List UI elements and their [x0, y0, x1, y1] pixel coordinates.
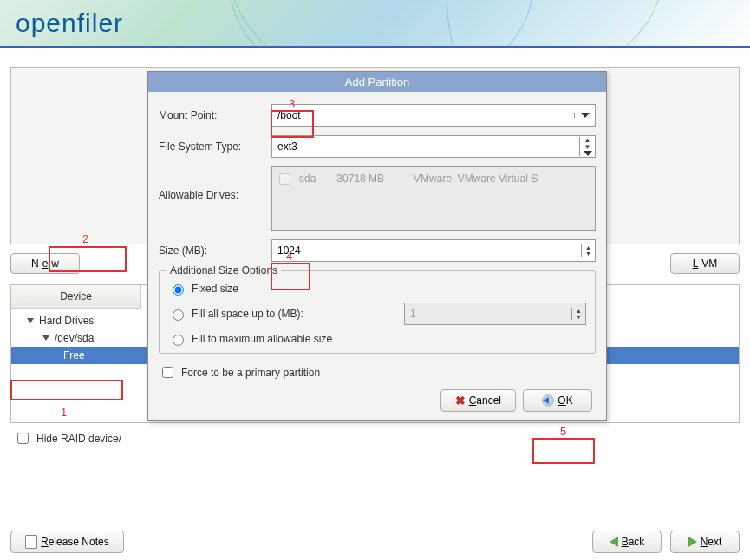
size-input[interactable] — [272, 244, 581, 257]
ok-button[interactable]: OK — [523, 389, 592, 412]
arrow-left-icon — [610, 537, 618, 547]
mount-point-input[interactable] — [272, 109, 574, 121]
cancel-button[interactable]: ✖ Cancel — [440, 389, 516, 412]
fieldset-legend: Additional Size Options — [166, 264, 281, 277]
tree-label: /dev/sda — [55, 332, 94, 344]
fill-up-spinner: ▲▼ — [404, 303, 586, 325]
fill-max-radio[interactable] — [173, 335, 184, 346]
arrow-right-icon — [688, 537, 697, 547]
allowable-drives-list[interactable]: sda 30718 MB VMware, VMware Virtual S — [271, 166, 596, 231]
fixed-size-label: Fixed size — [192, 283, 238, 295]
drives-label: Allowable Drives: — [159, 166, 271, 201]
spin-buttons: ▲▼ — [571, 308, 585, 320]
close-icon: ✖ — [455, 394, 466, 407]
hide-raid-row: Hide RAID device/ — [10, 423, 740, 453]
fstype-label: File System Type: — [159, 140, 271, 153]
spin-buttons[interactable]: ▲▼ — [581, 244, 595, 257]
force-primary-checkbox[interactable] — [162, 367, 173, 378]
fill-up-radio[interactable] — [173, 309, 184, 321]
document-icon — [25, 535, 37, 549]
fixed-size-radio[interactable] — [173, 284, 184, 296]
size-label: Size (MB): — [159, 244, 271, 257]
tree-label: Hard Drives — [39, 315, 94, 327]
expand-icon[interactable] — [42, 335, 49, 341]
expand-icon[interactable] — [27, 318, 34, 323]
wizard-footer: Release Notes Release Notes Back Back Ne… — [10, 531, 740, 553]
fill-max-label: Fill to maximum allowable size — [192, 333, 332, 345]
app-header: openfiler — [0, 0, 750, 48]
force-primary-label: Force to be a primary partition — [181, 367, 320, 379]
hide-raid-label: Hide RAID device/ — [36, 433, 121, 445]
size-spinner[interactable]: ▲▼ — [271, 239, 596, 262]
drive-disk: sda — [299, 173, 316, 185]
ok-icon — [542, 394, 554, 407]
dialog-title: Add Partition — [148, 72, 606, 92]
hide-raid-checkbox[interactable] — [17, 433, 29, 444]
drive-desc: VMware, VMware Virtual S — [414, 173, 538, 185]
mount-point-label: Mount Point: — [159, 109, 271, 121]
next-button[interactable]: Next — [670, 531, 740, 553]
add-partition-dialog: Add Partition Mount Point: Mount Point: … — [147, 71, 607, 421]
fill-up-value — [405, 308, 571, 320]
spin-icon[interactable]: ▲▼ — [579, 137, 595, 156]
new-button[interactable]: New — [10, 253, 80, 274]
mount-point-combo[interactable] — [271, 104, 596, 127]
release-notes-button[interactable]: Release Notes — [10, 531, 124, 553]
fill-up-label: Fill all space up to (MB): — [192, 308, 303, 320]
fstype-value — [272, 140, 579, 153]
lvm-button[interactable]: LVM — [670, 253, 740, 274]
device-column-header: Device — [11, 285, 141, 309]
tree-label: Free — [63, 349, 85, 361]
drive-checkbox — [279, 173, 290, 185]
additional-size-options: Additional Size Options Fixed size Fixed… — [159, 270, 596, 354]
back-button[interactable]: Back — [592, 531, 662, 553]
drive-size: 30718 MB — [336, 173, 384, 185]
chevron-down-icon[interactable] — [574, 113, 595, 118]
fstype-select[interactable]: ▲▼ — [271, 135, 596, 158]
logo: openfiler — [0, 0, 750, 38]
